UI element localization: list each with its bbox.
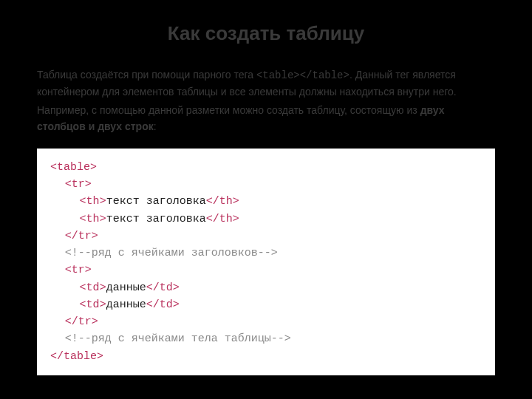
p2-text-a: Например, с помощью данной разметки можн… — [37, 104, 420, 116]
intro-paragraph-2: Например, с помощью данной разметки можн… — [37, 103, 495, 134]
inline-code-table-tag: <table></table> — [256, 69, 349, 81]
code-block: <table> <tr> <th>текст заголовка</th> <t… — [37, 149, 495, 375]
p2-text-b: : — [154, 120, 157, 132]
page-title: Как создать таблицу — [37, 22, 495, 45]
p1-text-a: Таблица создаётся при помощи парного тег… — [37, 69, 256, 81]
intro-paragraph-1: Таблица создаётся при помощи парного тег… — [37, 67, 495, 100]
